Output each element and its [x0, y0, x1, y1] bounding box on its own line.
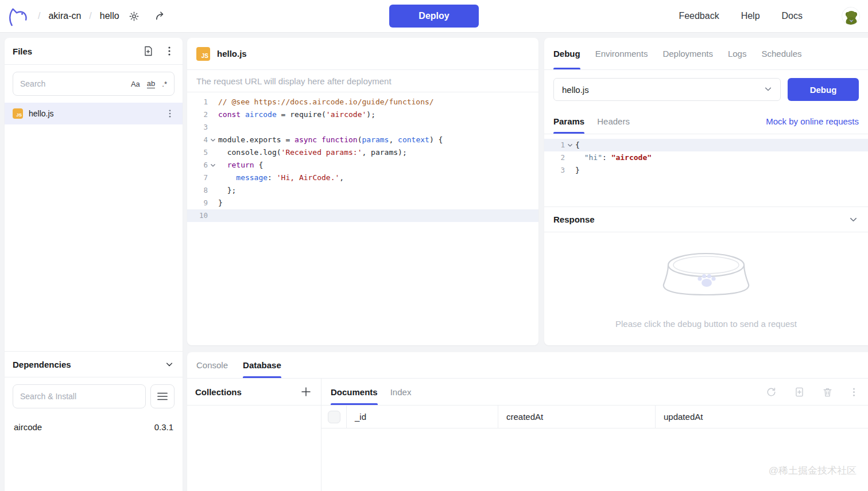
breadcrumb-separator: /	[38, 11, 40, 21]
refresh-icon[interactable]	[765, 385, 778, 399]
bottom-panel-tabs: Console Database	[187, 352, 868, 378]
docs-link[interactable]: Docs	[782, 11, 803, 21]
mock-by-online-requests-link[interactable]: Mock by online requests	[766, 116, 859, 126]
debug-button[interactable]: Debug	[788, 78, 859, 101]
tab-index[interactable]: Index	[390, 379, 412, 405]
files-header: Files	[5, 38, 183, 64]
code-editor-panel: JS hello.js The request URL will display…	[187, 38, 538, 345]
delete-trash-icon[interactable]	[821, 385, 834, 399]
breadcrumb-workspace[interactable]: akira-cn	[48, 11, 81, 21]
aircode-logo-icon[interactable]	[8, 5, 30, 27]
debug-panel: Debug Environments Deployments Logs Sche…	[544, 38, 868, 345]
collections-list[interactable]	[187, 406, 321, 491]
code-editor[interactable]: 1// @see https://docs.aircode.io/guide/f…	[187, 92, 538, 345]
select-all-checkbox[interactable]	[328, 411, 340, 423]
tab-logs[interactable]: Logs	[728, 38, 747, 69]
editor-filename: hello.js	[217, 49, 247, 59]
dependency-list-icon[interactable]	[150, 384, 175, 408]
file-menu-kebab-icon[interactable]	[165, 108, 175, 119]
tab-console[interactable]: Console	[196, 352, 228, 378]
request-url-bar: The request URL will display here after …	[187, 70, 538, 92]
collections-header: Collections	[187, 379, 321, 406]
code-fold-spacer	[565, 164, 575, 177]
help-link[interactable]: Help	[741, 11, 760, 21]
deploy-button[interactable]: Deploy	[389, 5, 479, 28]
chevron-down-icon	[764, 85, 772, 95]
code-fold-spacer	[208, 172, 218, 184]
response-header: Response	[544, 207, 868, 232]
add-collection-plus-icon[interactable]	[299, 385, 313, 399]
function-select[interactable]: hello.js	[553, 78, 781, 101]
top-nav: Feedback Help Docs	[679, 7, 860, 25]
code-fold-chevron-icon[interactable]	[208, 134, 218, 146]
collections-panel: Collections	[187, 379, 321, 491]
js-file-icon: JS	[196, 47, 210, 61]
new-file-icon[interactable]	[141, 44, 155, 58]
documents-table-header: _id createdAt updatedAt	[321, 406, 868, 428]
documents-panel: Documents Index	[321, 379, 868, 491]
response-empty-message: Please click the debug button to send a …	[615, 319, 797, 329]
file-search-box: Aa ab .*	[13, 72, 175, 96]
code-fold-chevron-icon[interactable]	[565, 139, 575, 151]
breadcrumb: / akira-cn / hello	[8, 5, 168, 27]
response-empty-state: Please click the debug button to send a …	[544, 232, 868, 345]
tab-deployments[interactable]: Deployments	[662, 38, 713, 69]
code-fold-spacer	[208, 108, 218, 121]
dependencies-header[interactable]: Dependencies	[5, 352, 183, 377]
column-header-id[interactable]: _id	[347, 406, 498, 428]
documents-tabs: Documents Index	[321, 379, 868, 406]
function-select-value: hello.js	[562, 85, 589, 95]
editor-header: JS hello.js	[187, 38, 538, 69]
tab-params[interactable]: Params	[553, 109, 584, 134]
feedback-link[interactable]: Feedback	[679, 11, 719, 21]
whole-word-icon[interactable]: ab	[147, 79, 155, 88]
code-fold-spacer	[208, 209, 218, 222]
app-settings-gear-icon[interactable]	[127, 10, 141, 23]
code-fold-spacer	[208, 197, 218, 209]
top-bar: / akira-cn / hello Deploy Feedback Help	[0, 0, 868, 33]
breadcrumb-separator: /	[89, 11, 91, 21]
dependency-name: aircode	[14, 422, 42, 432]
dependencies-search-row	[13, 384, 175, 408]
column-header-createdat[interactable]: createdAt	[498, 406, 656, 428]
dependency-item-aircode[interactable]: aircode 0.3.1	[5, 415, 183, 438]
regex-icon[interactable]: .*	[162, 80, 167, 88]
file-search-input[interactable]	[20, 79, 126, 88]
share-icon[interactable]	[153, 9, 168, 23]
match-case-icon[interactable]: Aa	[131, 80, 140, 88]
debug-panel-tabs: Debug Environments Deployments Logs Sche…	[544, 38, 868, 69]
code-fold-spacer	[208, 96, 218, 108]
column-header-updatedat[interactable]: updatedAt	[656, 406, 868, 428]
tab-database[interactable]: Database	[243, 352, 281, 378]
request-tabs: Params Headers Mock by online requests	[544, 109, 868, 134]
tab-environments[interactable]: Environments	[595, 38, 648, 69]
breadcrumb-app[interactable]: hello	[100, 11, 119, 21]
dependencies-title: Dependencies	[13, 360, 71, 369]
dependency-search-input[interactable]	[13, 384, 146, 408]
documents-menu-kebab-icon[interactable]	[849, 387, 859, 398]
add-document-icon[interactable]	[793, 385, 806, 399]
code-fold-chevron-icon[interactable]	[208, 159, 218, 172]
tab-headers[interactable]: Headers	[597, 109, 630, 134]
dependency-version: 0.3.1	[154, 422, 173, 432]
code-fold-spacer	[208, 184, 218, 197]
aircode-app: / akira-cn / hello Deploy Feedback Help	[0, 0, 868, 491]
tab-documents[interactable]: Documents	[331, 379, 378, 405]
user-avatar[interactable]	[842, 7, 860, 25]
tab-debug[interactable]: Debug	[553, 38, 580, 69]
response-collapse-chevron-icon[interactable]	[848, 214, 859, 225]
debug-controls: hello.js Debug	[544, 70, 868, 109]
code-fold-spacer	[208, 146, 218, 159]
bottom-panel: Console Database Collections Documents I…	[187, 352, 868, 491]
dependencies-collapse-chevron-icon[interactable]	[164, 359, 175, 369]
files-menu-kebab-icon[interactable]	[164, 45, 175, 57]
file-name: hello.js	[29, 109, 54, 118]
js-file-icon: JS	[13, 108, 23, 119]
tab-schedules[interactable]: Schedules	[761, 38, 801, 69]
file-item-hellojs[interactable]: JS hello.js	[5, 103, 183, 124]
files-title: Files	[13, 46, 32, 56]
params-json-editor[interactable]: 1{2 "hi": "aircode"3}	[544, 134, 868, 206]
documents-table-body[interactable]	[321, 428, 868, 491]
code-fold-spacer	[208, 121, 218, 134]
pet-bowl-illustration	[662, 249, 750, 304]
